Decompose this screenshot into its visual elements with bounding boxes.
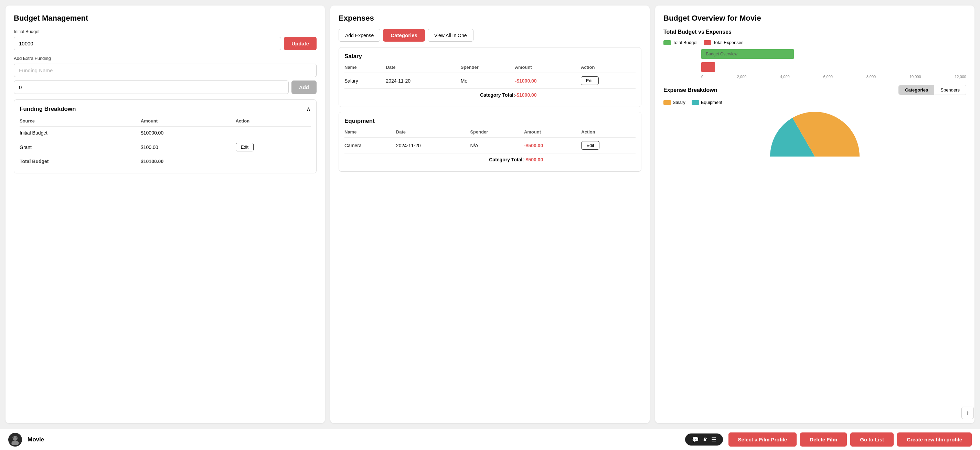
tab-spenders[interactable]: Spenders <box>934 85 966 95</box>
delete-film-button[interactable]: Delete Film <box>800 433 847 447</box>
icon-group[interactable]: 💬 👁 ☰ <box>685 434 723 445</box>
expense-breakdown-header: Expense Breakdown Categories Spenders <box>663 85 966 95</box>
funding-table-row: Total Budget $10100.00 <box>20 155 311 168</box>
menu-icon[interactable]: ☰ <box>711 436 716 443</box>
create-new-profile-button[interactable]: Create new film profile <box>897 433 972 447</box>
equipment-name: Camera <box>344 138 396 153</box>
salary-edit[interactable]: Edit <box>581 73 636 89</box>
equipment-edit[interactable]: Edit <box>581 138 636 153</box>
equipment-table-row: Camera 2024-11-20 N/A -$500.00 Edit <box>344 138 636 153</box>
funding-name-input[interactable] <box>14 64 317 77</box>
equipment-col-date: Date <box>396 128 470 138</box>
add-funding-button[interactable]: Add <box>291 81 317 94</box>
equipment-section: Equipment Name Date Spender Amount Actio… <box>339 112 641 172</box>
categories-button[interactable]: Categories <box>383 29 425 41</box>
avatar-icon <box>10 434 21 445</box>
equipment-section-title: Equipment <box>344 118 636 124</box>
initial-budget-label: Initial Budget <box>14 29 317 34</box>
salary-date: 2024-11-20 <box>386 73 460 89</box>
bar-track-budget <box>701 49 966 59</box>
equipment-date: 2024-11-20 <box>396 138 470 153</box>
legend-total-expenses-label: Total Expenses <box>713 40 743 45</box>
funding-amount-input[interactable] <box>14 81 289 94</box>
funding-table: Source Amount Action Initial Budget $100… <box>20 117 311 167</box>
pie-chart-container <box>663 108 966 164</box>
select-film-button[interactable]: Select a Film Profile <box>729 433 797 447</box>
add-expense-button[interactable]: Add Expense <box>339 29 380 41</box>
collapse-chevron[interactable]: ∧ <box>306 105 311 113</box>
scroll-top-button[interactable]: ↑ <box>961 407 974 419</box>
legend-red-dot <box>704 40 711 45</box>
bar-fill-expenses <box>701 62 715 72</box>
col-action: Action <box>236 117 311 127</box>
funding-breakdown-title: Funding Breakdown <box>20 106 76 113</box>
salary-col-action: Action <box>581 63 636 73</box>
initial-budget-input[interactable] <box>14 37 281 50</box>
funding-amount: $10100.00 <box>141 155 236 168</box>
equipment-total-value: -$500.00 <box>524 153 581 166</box>
edit-funding-button[interactable]: Edit <box>236 143 254 151</box>
salary-col-name: Name <box>344 63 386 73</box>
funding-amount: $100.00 <box>141 139 236 155</box>
edit-salary-button[interactable]: Edit <box>581 76 599 85</box>
bar-row-expenses <box>701 62 966 73</box>
col-source: Source <box>20 117 141 127</box>
legend-total-expenses: Total Expenses <box>704 40 743 45</box>
salary-spender: Me <box>461 73 515 89</box>
view-all-button[interactable]: View All In One <box>428 29 474 41</box>
equipment-spender: N/A <box>470 138 524 153</box>
bar-chart: Budget Overview <box>663 49 966 73</box>
eye-icon[interactable]: 👁 <box>702 437 708 443</box>
equipment-total-row: Category Total: -$500.00 <box>344 153 636 166</box>
salary-total-value: -$1000.00 <box>515 89 581 102</box>
bar-row-budget: Budget Overview <box>701 49 966 59</box>
funding-action <box>236 127 311 139</box>
funding-action <box>236 155 311 168</box>
legend-total-budget-label: Total Budget <box>673 40 697 45</box>
salary-col-date: Date <box>386 63 460 73</box>
legend-total-budget: Total Budget <box>663 40 697 45</box>
legend-equipment-label: Equipment <box>701 100 722 105</box>
go-to-list-button[interactable]: Go to List <box>850 433 894 447</box>
total-vs-expenses-subtitle: Total Budget vs Expenses <box>663 29 966 35</box>
svg-point-3 <box>16 437 18 438</box>
funding-table-row: Initial Budget $10000.00 <box>20 127 311 139</box>
bar-chart-legend: Total Budget Total Expenses <box>663 40 966 45</box>
budget-management-title: Budget Management <box>14 14 317 23</box>
funding-action[interactable]: Edit <box>236 139 311 155</box>
update-button[interactable]: Update <box>284 37 317 50</box>
funding-source: Grant <box>20 139 141 155</box>
bottom-actions: Select a Film Profile Delete Film Go to … <box>729 433 972 447</box>
expenses-title: Expenses <box>339 14 641 23</box>
extra-funding-label: Add Extra Funding <box>14 56 317 61</box>
svg-point-2 <box>13 437 14 438</box>
edit-equipment-button[interactable]: Edit <box>581 141 599 149</box>
funding-breakdown-section: Funding Breakdown ∧ Source Amount Action… <box>14 99 317 173</box>
salary-table-row: Salary 2024-11-20 Me -$1000.00 Edit <box>344 73 636 89</box>
salary-amount: -$1000.00 <box>515 73 581 89</box>
chat-icon[interactable]: 💬 <box>692 436 699 443</box>
salary-col-amount: Amount <box>515 63 581 73</box>
salary-total-row: Category Total: -$1000.00 <box>344 89 636 102</box>
salary-section: Salary Name Date Spender Amount Action S… <box>339 47 641 107</box>
salary-section-title: Salary <box>344 53 636 60</box>
col-amount: Amount <box>141 117 236 127</box>
legend-salary: Salary <box>663 100 686 105</box>
bar-axis: 0 2,000 4,000 6,000 8,000 10,000 12,000 <box>701 75 966 79</box>
legend-equipment-dot <box>692 100 699 105</box>
funding-amount: $10000.00 <box>141 127 236 139</box>
budget-overview-card: Budget Overview for Movie Total Budget v… <box>655 5 975 423</box>
bar-track-expenses <box>701 62 966 73</box>
expense-breakdown-title: Expense Breakdown <box>663 87 718 93</box>
funding-source: Total Budget <box>20 155 141 168</box>
salary-name: Salary <box>344 73 386 89</box>
equipment-col-action: Action <box>581 128 636 138</box>
tab-categories[interactable]: Categories <box>899 85 934 95</box>
svg-point-1 <box>11 441 19 445</box>
equipment-col-amount: Amount <box>524 128 581 138</box>
bottom-bar: Movie 💬 👁 ☰ Select a Film Profile Delete… <box>0 429 980 450</box>
bar-label-budget: Budget Overview <box>701 52 737 56</box>
budget-management-card: Budget Management Initial Budget Update … <box>5 5 325 423</box>
equipment-col-spender: Spender <box>470 128 524 138</box>
main-content: Budget Management Initial Budget Update … <box>0 0 980 429</box>
